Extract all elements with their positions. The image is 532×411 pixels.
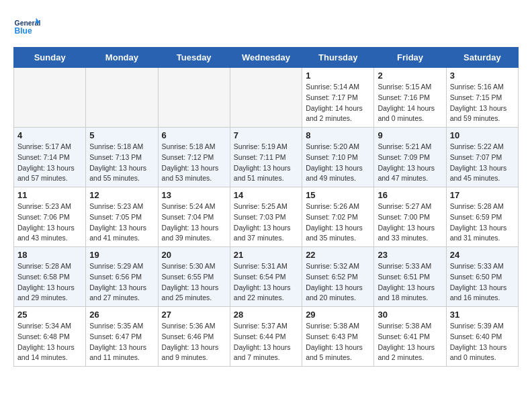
calendar-cell: 30Sunrise: 5:38 AMSunset: 6:41 PMDayligh…: [374, 307, 446, 367]
day-detail: Sunrise: 5:24 AMSunset: 7:04 PMDaylight:…: [162, 201, 226, 244]
weekday-header-monday: Monday: [86, 48, 158, 68]
calendar-cell: 19Sunrise: 5:29 AMSunset: 6:56 PMDayligh…: [86, 247, 158, 307]
calendar-cell: 10Sunrise: 5:22 AMSunset: 7:07 PMDayligh…: [446, 128, 518, 187]
weekday-header-tuesday: Tuesday: [158, 48, 230, 68]
calendar-cell: 20Sunrise: 5:30 AMSunset: 6:55 PMDayligh…: [158, 247, 230, 307]
day-detail: Sunrise: 5:22 AMSunset: 7:07 PMDaylight:…: [450, 142, 515, 184]
day-number: 30: [378, 310, 442, 320]
calendar-cell: 29Sunrise: 5:38 AMSunset: 6:43 PMDayligh…: [302, 307, 374, 367]
day-number: 15: [306, 190, 370, 200]
day-number: 18: [17, 250, 82, 260]
calendar-week-row: 18Sunrise: 5:28 AMSunset: 6:58 PMDayligh…: [14, 247, 519, 307]
day-detail: Sunrise: 5:19 AMSunset: 7:11 PMDaylight:…: [234, 142, 298, 184]
calendar-cell: 17Sunrise: 5:28 AMSunset: 6:59 PMDayligh…: [446, 187, 518, 247]
calendar-cell: 8Sunrise: 5:20 AMSunset: 7:10 PMDaylight…: [302, 128, 374, 187]
calendar-cell: 28Sunrise: 5:37 AMSunset: 6:44 PMDayligh…: [230, 307, 302, 367]
day-detail: Sunrise: 5:36 AMSunset: 6:46 PMDaylight:…: [162, 321, 226, 363]
day-detail: Sunrise: 5:17 AMSunset: 7:14 PMDaylight:…: [17, 142, 82, 184]
day-number: 6: [162, 130, 226, 140]
calendar-cell: [158, 68, 230, 128]
calendar-cell: 31Sunrise: 5:39 AMSunset: 6:40 PMDayligh…: [446, 307, 518, 367]
day-detail: Sunrise: 5:28 AMSunset: 6:59 PMDaylight:…: [450, 201, 515, 244]
day-number: 22: [306, 250, 370, 260]
day-detail: Sunrise: 5:34 AMSunset: 6:48 PMDaylight:…: [17, 321, 82, 363]
day-number: 3: [450, 71, 515, 81]
day-number: 4: [17, 130, 82, 140]
day-detail: Sunrise: 5:31 AMSunset: 6:54 PMDaylight:…: [234, 261, 298, 304]
day-detail: Sunrise: 5:35 AMSunset: 6:47 PMDaylight:…: [89, 321, 154, 363]
day-number: 9: [378, 130, 442, 140]
day-number: 7: [234, 130, 298, 140]
day-detail: Sunrise: 5:25 AMSunset: 7:03 PMDaylight:…: [234, 201, 298, 244]
calendar-cell: [14, 68, 86, 128]
day-number: 2: [378, 71, 442, 81]
calendar-cell: 11Sunrise: 5:23 AMSunset: 7:06 PMDayligh…: [14, 187, 86, 247]
calendar-cell: [86, 68, 158, 128]
calendar-week-row: 25Sunrise: 5:34 AMSunset: 6:48 PMDayligh…: [14, 307, 519, 367]
day-detail: Sunrise: 5:28 AMSunset: 6:58 PMDaylight:…: [17, 261, 82, 304]
calendar-cell: 4Sunrise: 5:17 AMSunset: 7:14 PMDaylight…: [14, 128, 86, 187]
day-number: 16: [378, 190, 442, 200]
day-detail: Sunrise: 5:23 AMSunset: 7:05 PMDaylight:…: [89, 201, 154, 244]
weekday-header-thursday: Thursday: [302, 48, 374, 68]
calendar-cell: 22Sunrise: 5:32 AMSunset: 6:52 PMDayligh…: [302, 247, 374, 307]
day-detail: Sunrise: 5:30 AMSunset: 6:55 PMDaylight:…: [162, 261, 226, 304]
day-number: 31: [450, 310, 515, 320]
day-detail: Sunrise: 5:29 AMSunset: 6:56 PMDaylight:…: [89, 261, 154, 304]
calendar-cell: 16Sunrise: 5:27 AMSunset: 7:00 PMDayligh…: [374, 187, 446, 247]
calendar-cell: 3Sunrise: 5:16 AMSunset: 7:15 PMDaylight…: [446, 68, 518, 128]
calendar-cell: 18Sunrise: 5:28 AMSunset: 6:58 PMDayligh…: [14, 247, 86, 307]
day-detail: Sunrise: 5:18 AMSunset: 7:12 PMDaylight:…: [162, 142, 226, 184]
day-detail: Sunrise: 5:16 AMSunset: 7:15 PMDaylight:…: [450, 82, 515, 124]
calendar-table: SundayMondayTuesdayWednesdayThursdayFrid…: [13, 47, 519, 367]
day-number: 21: [234, 250, 298, 260]
calendar-week-row: 11Sunrise: 5:23 AMSunset: 7:06 PMDayligh…: [14, 187, 519, 247]
day-number: 19: [89, 250, 154, 260]
day-number: 29: [306, 310, 370, 320]
day-detail: Sunrise: 5:38 AMSunset: 6:41 PMDaylight:…: [378, 321, 442, 363]
calendar-week-row: 1Sunrise: 5:14 AMSunset: 7:17 PMDaylight…: [14, 68, 519, 128]
day-number: 28: [234, 310, 298, 320]
day-detail: Sunrise: 5:21 AMSunset: 7:09 PMDaylight:…: [378, 142, 442, 184]
calendar-cell: 21Sunrise: 5:31 AMSunset: 6:54 PMDayligh…: [230, 247, 302, 307]
day-number: 24: [450, 250, 515, 260]
day-number: 17: [450, 190, 515, 200]
day-number: 13: [162, 190, 226, 200]
calendar-cell: 5Sunrise: 5:18 AMSunset: 7:13 PMDaylight…: [86, 128, 158, 187]
day-detail: Sunrise: 5:26 AMSunset: 7:02 PMDaylight:…: [306, 201, 370, 244]
day-number: 12: [89, 190, 154, 200]
calendar-cell: 6Sunrise: 5:18 AMSunset: 7:12 PMDaylight…: [158, 128, 230, 187]
calendar-cell: 14Sunrise: 5:25 AMSunset: 7:03 PMDayligh…: [230, 187, 302, 247]
day-detail: Sunrise: 5:15 AMSunset: 7:16 PMDaylight:…: [378, 82, 442, 124]
day-number: 11: [17, 190, 82, 200]
calendar-cell: 27Sunrise: 5:36 AMSunset: 6:46 PMDayligh…: [158, 307, 230, 367]
day-detail: Sunrise: 5:23 AMSunset: 7:06 PMDaylight:…: [17, 201, 82, 244]
day-number: 5: [89, 130, 154, 140]
logo-icon: General Blue: [13, 13, 40, 40]
day-detail: Sunrise: 5:32 AMSunset: 6:52 PMDaylight:…: [306, 261, 370, 304]
day-number: 1: [306, 71, 370, 81]
weekday-header-saturday: Saturday: [446, 48, 518, 68]
day-number: 23: [378, 250, 442, 260]
calendar-cell: 25Sunrise: 5:34 AMSunset: 6:48 PMDayligh…: [14, 307, 86, 367]
svg-text:Blue: Blue: [15, 26, 32, 36]
calendar-cell: 23Sunrise: 5:33 AMSunset: 6:51 PMDayligh…: [374, 247, 446, 307]
day-number: 14: [234, 190, 298, 200]
calendar-cell: 1Sunrise: 5:14 AMSunset: 7:17 PMDaylight…: [302, 68, 374, 128]
calendar-week-row: 4Sunrise: 5:17 AMSunset: 7:14 PMDaylight…: [14, 128, 519, 187]
calendar-cell: 26Sunrise: 5:35 AMSunset: 6:47 PMDayligh…: [86, 307, 158, 367]
day-detail: Sunrise: 5:33 AMSunset: 6:50 PMDaylight:…: [450, 261, 515, 304]
day-number: 25: [17, 310, 82, 320]
day-detail: Sunrise: 5:37 AMSunset: 6:44 PMDaylight:…: [234, 321, 298, 363]
weekday-header-sunday: Sunday: [14, 48, 86, 68]
calendar-cell: 12Sunrise: 5:23 AMSunset: 7:05 PMDayligh…: [86, 187, 158, 247]
day-detail: Sunrise: 5:20 AMSunset: 7:10 PMDaylight:…: [306, 142, 370, 184]
day-detail: Sunrise: 5:33 AMSunset: 6:51 PMDaylight:…: [378, 261, 442, 304]
logo: General Blue: [13, 13, 43, 40]
day-number: 20: [162, 250, 226, 260]
calendar-cell: 15Sunrise: 5:26 AMSunset: 7:02 PMDayligh…: [302, 187, 374, 247]
header: General Blue: [13, 13, 519, 40]
weekday-header-friday: Friday: [374, 48, 446, 68]
calendar-cell: 7Sunrise: 5:19 AMSunset: 7:11 PMDaylight…: [230, 128, 302, 187]
day-number: 27: [162, 310, 226, 320]
